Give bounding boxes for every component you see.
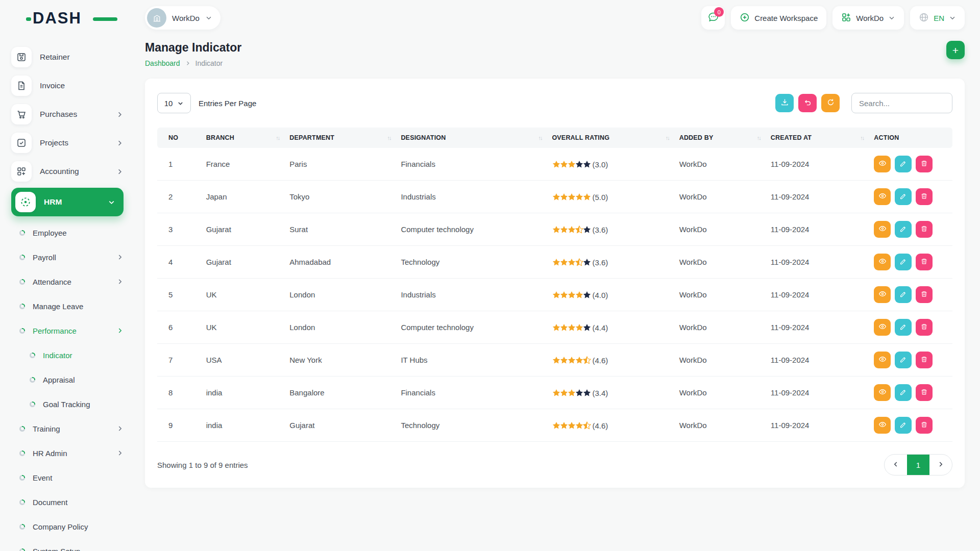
edit-button[interactable] bbox=[895, 417, 912, 434]
eye-icon bbox=[878, 420, 887, 430]
refresh-icon bbox=[826, 98, 835, 108]
reset-button[interactable] bbox=[798, 94, 817, 112]
edit-button[interactable] bbox=[895, 221, 912, 238]
sidebar-item-accounting[interactable]: Accounting bbox=[11, 159, 124, 184]
sidebar-item-goal-tracking[interactable]: Goal Tracking bbox=[30, 392, 124, 416]
delete-button[interactable] bbox=[916, 319, 933, 336]
star-rating bbox=[552, 290, 592, 299]
delete-button[interactable] bbox=[916, 156, 933, 172]
app-layout: DASH Retainer Invoice Purchases bbox=[0, 0, 980, 551]
breadcrumb-dashboard-link[interactable]: Dashboard bbox=[145, 59, 180, 67]
sidebar-item-hr-admin[interactable]: HR Admin bbox=[19, 441, 124, 465]
sidebar-item-event[interactable]: Event bbox=[19, 465, 124, 490]
next-page-button[interactable] bbox=[929, 455, 952, 475]
sidebar-item-label: Company Policy bbox=[33, 522, 88, 531]
sidebar-item-projects[interactable]: Projects bbox=[11, 131, 124, 155]
header-created-at[interactable]: CREATED AT↑↓ bbox=[766, 128, 869, 148]
sidebar-item-company-policy[interactable]: Company Policy bbox=[19, 514, 124, 539]
current-page[interactable]: 1 bbox=[907, 455, 929, 475]
table-row: 6UKLondonComputer technology(4.4)WorkDo1… bbox=[157, 311, 952, 344]
header-department[interactable]: DEPARTMENT↑↓ bbox=[284, 128, 396, 148]
cell-department: Tokyo bbox=[284, 181, 396, 213]
sidebar-item-attendance[interactable]: Attendance bbox=[19, 269, 124, 294]
view-button[interactable] bbox=[874, 352, 891, 368]
bullet-ring-icon bbox=[19, 279, 25, 285]
view-button[interactable] bbox=[874, 384, 891, 401]
sort-icon[interactable]: ↑↓ bbox=[757, 135, 761, 141]
edit-button[interactable] bbox=[895, 319, 912, 336]
export-button[interactable] bbox=[775, 94, 794, 112]
sidebar-item-invoice[interactable]: Invoice bbox=[11, 73, 124, 98]
sidebar-item-purchases[interactable]: Purchases bbox=[11, 102, 124, 127]
header-designation[interactable]: DESIGNATION↑↓ bbox=[396, 128, 547, 148]
sort-icon[interactable]: ↑↓ bbox=[276, 135, 279, 141]
edit-button[interactable] bbox=[895, 188, 912, 205]
workspace-name: WorkDo bbox=[172, 14, 200, 22]
sidebar-item-retainer[interactable]: Retainer bbox=[11, 45, 124, 69]
header-added-by[interactable]: ADDED BY↑↓ bbox=[674, 128, 766, 148]
sidebar-item-appraisal[interactable]: Appraisal bbox=[30, 367, 124, 392]
language-selector[interactable]: EN bbox=[910, 6, 965, 30]
sidebar-item-payroll[interactable]: Payroll bbox=[19, 245, 124, 269]
edit-button[interactable] bbox=[895, 286, 912, 303]
delete-button[interactable] bbox=[916, 286, 933, 303]
chevron-left-icon bbox=[892, 461, 899, 469]
delete-button[interactable] bbox=[916, 417, 933, 434]
sidebar-item-training[interactable]: Training bbox=[19, 416, 124, 441]
workspace-switcher[interactable]: WorkDo bbox=[145, 6, 220, 30]
header-branch[interactable]: BRANCH↑↓ bbox=[201, 128, 285, 148]
view-button[interactable] bbox=[874, 156, 891, 172]
header-overall-rating[interactable]: OVERALL RATING↑↓ bbox=[547, 128, 674, 148]
sidebar-item-document[interactable]: Document bbox=[19, 490, 124, 514]
chat-button[interactable]: 0 bbox=[701, 6, 725, 30]
delete-button[interactable] bbox=[916, 188, 933, 205]
check-square-icon bbox=[11, 133, 32, 153]
indicator-card: 10 Entries Per Page bbox=[145, 79, 965, 488]
view-button[interactable] bbox=[874, 417, 891, 434]
bullet-ring-icon bbox=[30, 402, 35, 407]
view-button[interactable] bbox=[874, 254, 891, 270]
rating-value: (4.4) bbox=[592, 323, 608, 332]
table-row: 5UKLondonIndustrials(4.0)WorkDo11-09-202… bbox=[157, 279, 952, 311]
sidebar-item-manage-leave[interactable]: Manage Leave bbox=[19, 294, 124, 318]
view-button[interactable] bbox=[874, 221, 891, 238]
sidebar-item-employee[interactable]: Employee bbox=[19, 220, 124, 245]
grid-plus-icon bbox=[11, 161, 32, 182]
previous-page-button[interactable] bbox=[885, 455, 907, 475]
create-workspace-button[interactable]: Create Workspace bbox=[731, 6, 826, 30]
chevron-down-icon bbox=[108, 198, 115, 206]
search-input[interactable] bbox=[851, 93, 952, 113]
sort-icon[interactable]: ↑↓ bbox=[387, 135, 390, 141]
cell-designation: Computer technology bbox=[396, 213, 547, 246]
plus-icon: + bbox=[952, 45, 959, 56]
table-header-row: NO BRANCH↑↓ DEPARTMENT↑↓ DESIGNATION↑↓ O… bbox=[157, 128, 952, 148]
entries-per-page-select[interactable]: 10 bbox=[157, 93, 191, 113]
star-rating bbox=[552, 160, 592, 169]
view-button[interactable] bbox=[874, 286, 891, 303]
sidebar-item-system-setup[interactable]: System Setup bbox=[19, 539, 124, 551]
delete-button[interactable] bbox=[916, 352, 933, 368]
sidebar-item-performance[interactable]: Performance bbox=[19, 318, 124, 343]
sort-icon[interactable]: ↑↓ bbox=[538, 135, 542, 141]
edit-button[interactable] bbox=[895, 352, 912, 368]
edit-button[interactable] bbox=[895, 156, 912, 172]
view-button[interactable] bbox=[874, 319, 891, 336]
pencil-icon bbox=[899, 192, 907, 202]
sidebar-item-hrm[interactable]: HRM bbox=[11, 188, 124, 216]
delete-button[interactable] bbox=[916, 254, 933, 270]
sort-icon[interactable]: ↑↓ bbox=[666, 135, 669, 141]
sort-icon[interactable]: ↑↓ bbox=[860, 135, 864, 141]
cell-department: New York bbox=[284, 344, 396, 377]
sidebar-item-indicator[interactable]: Indicator bbox=[30, 343, 124, 367]
edit-button[interactable] bbox=[895, 384, 912, 401]
add-indicator-button[interactable]: + bbox=[946, 41, 965, 59]
refresh-button[interactable] bbox=[821, 94, 840, 112]
sidebar-item-label: Performance bbox=[33, 327, 77, 335]
sidebar-item-label: System Setup bbox=[33, 547, 80, 551]
delete-button[interactable] bbox=[916, 221, 933, 238]
chevron-right-icon bbox=[116, 425, 124, 432]
edit-button[interactable] bbox=[895, 254, 912, 270]
view-button[interactable] bbox=[874, 188, 891, 205]
workspace-menu-button[interactable]: WorkDo bbox=[832, 6, 904, 30]
delete-button[interactable] bbox=[916, 384, 933, 401]
